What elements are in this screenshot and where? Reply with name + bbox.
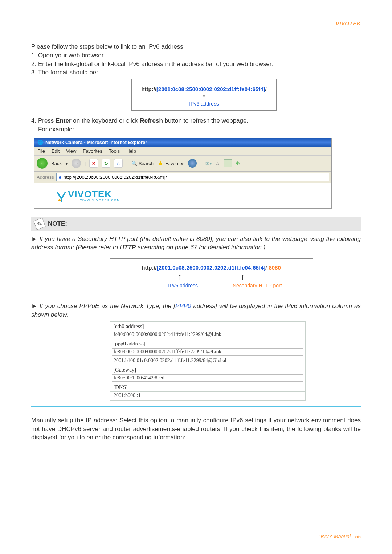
messenger-button-icon[interactable]: 🗣 bbox=[236, 161, 240, 166]
dns-label: [DNS] bbox=[110, 383, 305, 392]
manual-underline: Manually setup the IP address bbox=[31, 417, 115, 424]
back-dropdown-icon[interactable]: ▾ bbox=[65, 161, 68, 166]
url-format-box-1: http://[2001:0c08:2500:0002:0202:d1ff:fe… bbox=[131, 79, 277, 111]
url1-http: http:// bbox=[141, 86, 156, 92]
address-value: http://[2001:0c08:2500:0002:0202:d1ff:fe… bbox=[64, 175, 167, 180]
url2-label-port: Secondary HTTP port bbox=[233, 283, 282, 288]
step4-post: button to refresh the webpage. bbox=[163, 117, 248, 124]
header-rule bbox=[31, 29, 361, 29]
step4-refresh: Refresh bbox=[140, 117, 163, 124]
address-label: Address bbox=[37, 175, 54, 180]
ie-title-bar: 🌐 Network Camera - Microsoft Internet Ex… bbox=[34, 138, 331, 147]
intro-line3: 3. The format should be: bbox=[31, 68, 361, 77]
step4-pre: 4. Press bbox=[31, 117, 56, 124]
ie-app-icon: 🌐 bbox=[37, 140, 43, 145]
ipv6-info-table: [eth0 address] fe80:0000:0000:0000:0202:… bbox=[110, 321, 306, 401]
ie-page-icon: e bbox=[59, 175, 61, 180]
up-arrow-icon: ↑ bbox=[177, 271, 182, 283]
note-1-text: ► If you have a Secondary HTTP port (the… bbox=[31, 235, 361, 252]
header-brand: VIVOTEK bbox=[31, 20, 361, 26]
ie-window: 🌐 Network Camera - Microsoft Internet Ex… bbox=[34, 138, 332, 209]
ie-menu-tools[interactable]: Tools bbox=[109, 148, 120, 154]
note2-pre: ► If you choose PPPoE as the Network Typ… bbox=[31, 303, 175, 309]
intro-line2: 2. Enter the link-global or link-local I… bbox=[31, 60, 361, 69]
search-label: Search bbox=[139, 161, 154, 166]
ie-menu-help[interactable]: Help bbox=[126, 148, 136, 154]
gateway-label: [Gateway] bbox=[110, 366, 305, 374]
note-title: NOTE: bbox=[48, 220, 67, 227]
step4-eg: For example: bbox=[31, 125, 361, 134]
up-arrow-icon: ↑ bbox=[240, 271, 245, 283]
print-button-icon[interactable]: 🖨 bbox=[216, 161, 220, 166]
ie-menu-favorites[interactable]: Favorites bbox=[83, 148, 102, 154]
search-icon: 🔍 bbox=[131, 161, 137, 166]
url1-label: IPv6 address bbox=[136, 101, 272, 107]
note-header: ✎ NOTE: bbox=[31, 217, 361, 231]
media-button-icon[interactable] bbox=[188, 159, 197, 168]
note1-http: HTTP bbox=[120, 244, 136, 251]
forward-button-icon[interactable]: → bbox=[72, 159, 81, 168]
page-footer: User's Manual - 65 bbox=[318, 534, 361, 539]
star-icon: ★ bbox=[157, 159, 164, 168]
ie-toolbar: ← Back ▾ → | ✕ ↻ ⌂ | 🔍Search ★Favorites … bbox=[34, 156, 331, 172]
favorites-button[interactable]: ★Favorites bbox=[157, 159, 184, 168]
up-arrow-icon: ↑ bbox=[136, 93, 272, 101]
address-input[interactable]: e http://[2001:0c08:2500:0002:0202:d1ff:… bbox=[56, 173, 329, 181]
stop-button-icon[interactable]: ✕ bbox=[89, 159, 98, 168]
note-pen-icon: ✎ bbox=[33, 218, 45, 230]
eth0-label: [eth0 address] bbox=[110, 322, 305, 331]
intro-line1: 1. Open your web browser. bbox=[31, 51, 361, 60]
url1-addr: [2001:0c08:2500:0002:0202:d1ff:fe04:65f4… bbox=[156, 86, 265, 92]
ppp0-label: [ppp0 address] bbox=[110, 340, 305, 348]
note1-post: streaming on page 67 for detailed inform… bbox=[136, 244, 265, 251]
url2-addr: [2001:0c08:2500:0002:0202:d1ff:fe04:65f4… bbox=[157, 264, 265, 271]
vivotek-logo-sub: WWW.VIVOTEK.COM bbox=[80, 198, 120, 202]
favorites-label: Favorites bbox=[165, 161, 184, 166]
ie-menu-file[interactable]: File bbox=[37, 148, 45, 154]
edit-button-icon[interactable] bbox=[224, 159, 232, 167]
ie-address-bar: Address e http://[2001:0c08:2500:0002:02… bbox=[34, 172, 331, 183]
back-button-label[interactable]: Back bbox=[51, 161, 62, 166]
svg-point-0 bbox=[58, 199, 61, 201]
step4-line: 4. Press Enter on the keyboard or click … bbox=[31, 116, 361, 125]
step4-mid: on the keyboard or click bbox=[72, 117, 140, 124]
url2-port: :8080 bbox=[267, 264, 281, 271]
url-format-box-2: http://[2001:0c08:2500:0002:0202:d1ff:fe… bbox=[110, 258, 313, 292]
gateway-value: fe80::90:1a00:4142:8ced bbox=[112, 374, 303, 382]
intro-line0: Please follow the steps below to link to… bbox=[31, 42, 361, 51]
url1-slash: / bbox=[265, 86, 266, 92]
ie-menu-view[interactable]: View bbox=[66, 148, 76, 154]
vivotek-y-icon bbox=[56, 191, 66, 202]
ie-menu-bar: File Edit View Favorites Tools Help bbox=[34, 147, 331, 156]
refresh-button-icon[interactable]: ↻ bbox=[102, 159, 110, 168]
url2-label-addr: IPv6 address bbox=[168, 283, 198, 288]
search-button[interactable]: 🔍Search bbox=[131, 161, 154, 166]
note2-ppp: PPP0 bbox=[175, 303, 191, 309]
ie-title-text: Network Camera - Microsoft Internet Expl… bbox=[45, 140, 147, 145]
manual-setup-text: Manually setup the IP address: Select th… bbox=[31, 416, 361, 442]
ppp0-value-1: fe80:0000:0000:0000:0202:d1ff:fe11:2299/… bbox=[112, 348, 303, 356]
ie-content-area: VIVOTEK WWW.VIVOTEK.COM bbox=[34, 183, 331, 208]
note-2-text: ► If you choose PPPoE as the Network Typ… bbox=[31, 302, 361, 319]
dns-value: 2001:b000::1 bbox=[112, 392, 303, 399]
back-button-icon[interactable]: ← bbox=[37, 158, 48, 169]
ie-menu-edit[interactable]: Edit bbox=[52, 148, 60, 154]
url2-http: http:// bbox=[142, 264, 157, 271]
home-button-icon[interactable]: ⌂ bbox=[114, 159, 123, 168]
ppp0-value-2: 2001:b100:01c0:0002:0202:d1ff:fe11:2299/… bbox=[112, 357, 303, 364]
eth0-value: fe80:0000:0000:0000:0202:d1ff:fe11:2299/… bbox=[112, 331, 303, 338]
section-divider bbox=[31, 406, 361, 407]
mail-button-icon[interactable]: ✉▾ bbox=[205, 161, 212, 166]
step4-enter: Enter bbox=[56, 117, 71, 124]
